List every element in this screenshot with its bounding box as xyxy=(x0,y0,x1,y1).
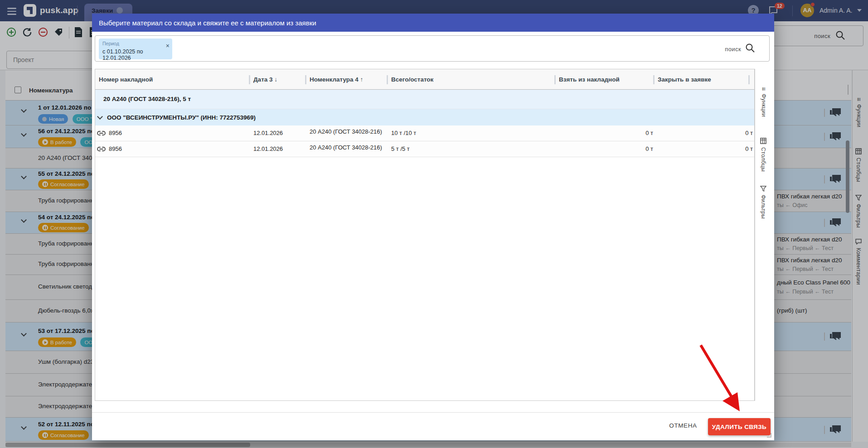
column-date[interactable]: Дата 3 ↓ xyxy=(253,76,277,83)
column-tick xyxy=(249,75,250,84)
column-tick xyxy=(387,75,388,84)
sort-desc-icon: ↓ xyxy=(274,76,277,83)
group-material-label: 20 А240 (ГОСТ 34028-216), 5 т xyxy=(103,96,191,102)
cancel-button[interactable]: ОТМЕНА xyxy=(663,422,703,429)
dialog-table-header: Номер накладной Дата 3 ↓ Номенклатура 4 … xyxy=(95,69,754,90)
invoice-take: 0 т xyxy=(608,130,653,136)
invoice-number: 8956 xyxy=(109,145,122,152)
column-tick xyxy=(305,75,306,84)
invoice-total: 10 т /10 т xyxy=(391,130,416,136)
resize-handle-icon[interactable] xyxy=(767,433,771,438)
dialog-filter-panel: Период с 01.10.2025 по 12.01.2026 × поис… xyxy=(95,35,770,62)
tab-label: Столбцы xyxy=(760,147,766,172)
invoice-number: 8956 xyxy=(109,130,122,136)
invoice-date: 12.01.2026 xyxy=(253,130,283,136)
chip-remove-icon[interactable]: × xyxy=(166,42,170,49)
dialog-tab-functions[interactable]: ≡ Функции xyxy=(760,87,767,117)
dialog-title: Выберите материал со склада и свяжите ее… xyxy=(92,14,774,32)
link-icon[interactable] xyxy=(97,130,106,139)
invoice-nomenclature: 20 А240 (ГОСТ 34028-216) xyxy=(310,128,382,135)
column-take[interactable]: Взять из накладной xyxy=(559,76,620,83)
group-supplier-label: ООО "ВСЕИНСТРУМЕНТЫ.РУ" (ИНН: 7722753969… xyxy=(107,114,256,121)
dialog-side-tabs-strip: ≡ Функции Столбцы Фильтры xyxy=(755,69,774,401)
delete-link-button[interactable]: УДАЛИТЬ СВЯЗЬ xyxy=(708,418,771,435)
filters-icon xyxy=(760,186,766,192)
columns-icon xyxy=(760,138,766,144)
column-number[interactable]: Номер накладной xyxy=(99,76,153,83)
invoice-take: 0 т xyxy=(608,145,653,152)
invoice-row[interactable]: 8956 12.01.2026 20 А240 (ГОСТ 34028-216)… xyxy=(95,141,754,157)
annotation-arrow xyxy=(694,339,749,417)
link-icon[interactable] xyxy=(97,145,106,154)
invoice-close: 0 т xyxy=(708,145,753,152)
invoice-close: 0 т xyxy=(708,130,753,136)
group-row-supplier[interactable]: ООО "ВСЕИНСТРУМЕНТЫ.РУ" (ИНН: 7722753969… xyxy=(95,109,754,125)
column-close[interactable]: Закрыть в заявке xyxy=(658,76,711,83)
chip-label: Период xyxy=(102,41,119,46)
chevron-down-icon[interactable] xyxy=(97,114,103,120)
search-icon[interactable] xyxy=(745,43,756,55)
invoice-date: 12.01.2026 xyxy=(253,145,283,152)
functions-icon: ≡ xyxy=(760,87,767,91)
invoice-total: 5 т /5 т xyxy=(391,145,410,152)
dialog-tab-columns[interactable]: Столбцы xyxy=(760,138,766,172)
tab-label: Функции xyxy=(761,94,767,117)
dialog-search-label[interactable]: поиск xyxy=(725,46,741,53)
screen: pusk.app Заявки ? 12 AA Admin A. A. xyxy=(0,0,868,448)
dialog-tab-filters[interactable]: Фильтры xyxy=(760,186,766,219)
column-tick xyxy=(554,75,556,84)
sort-asc-icon: ↑ xyxy=(360,76,364,83)
column-total[interactable]: Всего/остаток xyxy=(391,76,433,83)
column-tick xyxy=(653,75,655,84)
column-nomenclature[interactable]: Номенклатура 4 ↑ xyxy=(310,76,363,83)
tab-label: Фильтры xyxy=(760,195,766,219)
footer-divider xyxy=(92,412,774,413)
column-tick xyxy=(748,75,750,84)
invoice-nomenclature: 20 А240 (ГОСТ 34028-216) xyxy=(310,144,382,151)
chip-value: с 01.10.2025 по 12.01.2026 xyxy=(102,48,172,61)
invoice-row[interactable]: 8956 12.01.2026 20 А240 (ГОСТ 34028-216)… xyxy=(95,125,754,141)
group-row-material[interactable]: 20 А240 (ГОСТ 34028-216), 5 т xyxy=(95,90,754,109)
period-filter-chip[interactable]: Период с 01.10.2025 по 12.01.2026 × xyxy=(99,39,172,59)
